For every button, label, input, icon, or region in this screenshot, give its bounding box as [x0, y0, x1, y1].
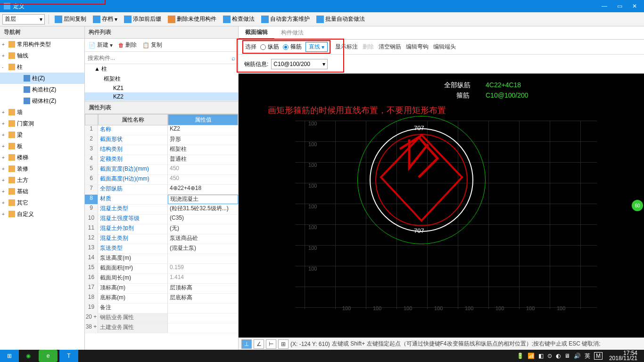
- editor-tabs: 截面编辑 构件做法: [239, 26, 644, 40]
- status-hint: 左键或 Shift+ 左键指定起点（可通过快捷键F4改变箍筋线和纵筋点的相对位置…: [332, 340, 601, 348]
- property-row[interactable]: 13泵送类型(混凝土泵): [85, 244, 238, 254]
- tree-item[interactable]: +其它: [0, 197, 84, 208]
- copy-button[interactable]: 📋复制: [142, 41, 162, 49]
- delete-rebar-button[interactable]: 删除: [363, 43, 374, 51]
- property-row[interactable]: 7全部纵筋4⊕22+4⊕18: [85, 185, 238, 195]
- canvas[interactable]: 1001001001001001001001001001001001001001…: [239, 74, 644, 337]
- property-row[interactable]: 1名称KZ2: [85, 125, 238, 135]
- tree-item[interactable]: +楼梯: [0, 152, 84, 163]
- component-tree: ▲ 柱框架柱KZ1KZ2: [85, 64, 238, 102]
- property-row[interactable]: 4定额类别普通柱: [85, 155, 238, 165]
- property-row[interactable]: 9混凝土类型(粒径31.5砼32.5级坍...): [85, 205, 238, 214]
- property-table: 1名称KZ22截面形状异形3结构类别框架柱4定额类别普通柱5截面宽度(B边)(m…: [85, 125, 238, 350]
- property-row[interactable]: 38 +土建业务属性: [85, 323, 238, 333]
- copy-between-button[interactable]: 层间复制: [53, 14, 88, 24]
- property-row[interactable]: 15截面面积(m²)0.159: [85, 264, 238, 274]
- status-btn-4[interactable]: ⊞: [278, 339, 289, 349]
- auto-plan-button[interactable]: 自动套方案维护: [259, 14, 312, 24]
- property-row[interactable]: 17顶标高(m)层顶标高: [85, 284, 238, 294]
- volume-icon[interactable]: 🔊: [574, 353, 581, 359]
- property-row[interactable]: 20 +钢筋业务属性: [85, 313, 238, 323]
- tray-icon-5[interactable]: 🖥: [564, 353, 570, 359]
- clock[interactable]: 17:54 2018/11/21: [606, 351, 640, 361]
- property-row[interactable]: 11混凝土外加剂(无): [85, 224, 238, 234]
- status-btn-3[interactable]: ⊢: [266, 339, 276, 349]
- search-row: ⌕: [85, 52, 238, 64]
- component-panel: 构件列表 📄新建▾ 🗑删除 📋复制 ⌕ ▲ 柱框架柱KZ1KZ2 属性列表 属性…: [85, 26, 239, 350]
- rebar-info-row: 钢筋信息: C10@100/200▾: [239, 55, 644, 74]
- tree-item[interactable]: 砌体柱(Z): [0, 95, 84, 107]
- minimize-button[interactable]: —: [599, 1, 610, 11]
- property-row[interactable]: 8材质现浇混凝土: [85, 195, 238, 205]
- new-button[interactable]: 📄新建▾: [89, 41, 113, 49]
- del-unused-button[interactable]: 删除未使用构件: [166, 14, 218, 24]
- property-row[interactable]: 3结构类别框架柱: [85, 145, 238, 155]
- tree-item[interactable]: +自定义: [0, 208, 84, 220]
- batch-auto-button[interactable]: 批量自动套做法: [314, 14, 367, 24]
- archive-button[interactable]: 存档▾: [91, 14, 119, 24]
- clear-rebar-button[interactable]: 清空钢筋: [379, 43, 401, 51]
- annotation-text: 画矩形箍筋的时候用直线布置，不要用矩形布置: [268, 105, 446, 116]
- task-item-1[interactable]: ◉: [19, 350, 38, 362]
- tab-section-edit[interactable]: 截面编辑: [239, 26, 274, 39]
- main-toolbar: 首层▾ 层间复制 存档▾ 添加前后缀 删除未使用构件 检查做法 自动套方案维护 …: [0, 12, 644, 26]
- system-tray: 🔋 📶 ◧ ⊙ ◐ 🖥 🔊 英 M 17:54 2018/11/21: [513, 351, 644, 361]
- check-method-button[interactable]: 检查做法: [221, 14, 256, 24]
- property-row[interactable]: 2截面形状异形: [85, 135, 238, 145]
- tray-icon-2[interactable]: ◧: [538, 353, 544, 359]
- tree-item[interactable]: -柱: [0, 61, 84, 73]
- delete-button[interactable]: 🗑删除: [118, 41, 137, 49]
- task-item-3[interactable]: T: [59, 350, 78, 362]
- tree-item[interactable]: 柱(Z): [0, 73, 84, 84]
- maximize-button[interactable]: ▭: [614, 1, 625, 11]
- prop-header: 属性列表: [85, 102, 238, 114]
- label-all-rebar: 全部纵筋: [444, 81, 471, 90]
- edit-end-button[interactable]: 编辑端头: [433, 43, 456, 51]
- status-btn-1[interactable]: ⊥: [241, 339, 252, 349]
- property-row[interactable]: 10混凝土强度等级(C35): [85, 214, 238, 224]
- add-suffix-button[interactable]: 添加前后缀: [122, 14, 163, 24]
- prop-col-val: 属性值: [168, 114, 238, 125]
- nav-header: 导航树: [0, 26, 84, 39]
- start-button[interactable]: ⊞: [0, 350, 19, 362]
- label-all-rebar-val: 4C22+4C18: [486, 81, 521, 89]
- property-row[interactable]: 16截面周长(m)1.414: [85, 274, 238, 284]
- tree-item[interactable]: +梁: [0, 129, 84, 140]
- close-button[interactable]: ✕: [629, 1, 640, 11]
- edit-hook-button[interactable]: 编辑弯钩: [406, 43, 429, 51]
- floor-combo[interactable]: 首层▾: [2, 14, 45, 25]
- tree-item[interactable]: 构造柱(Z): [0, 84, 84, 95]
- component-item[interactable]: ▲ 柱: [85, 64, 238, 74]
- tree-item[interactable]: +墙: [0, 107, 84, 118]
- property-row[interactable]: 5截面宽度(B边)(mm)450: [85, 165, 238, 175]
- tree-item[interactable]: +板: [0, 140, 84, 152]
- tree-item[interactable]: +门窗洞: [0, 118, 84, 129]
- label-stirrup-val: C10@100/200: [486, 91, 528, 99]
- tray-icon[interactable]: 🔋: [517, 353, 524, 359]
- tree-item[interactable]: +土方: [0, 174, 84, 186]
- ime-2[interactable]: M: [594, 352, 603, 360]
- tray-icon-3[interactable]: ⊙: [547, 353, 552, 359]
- tree-item[interactable]: +装修: [0, 163, 84, 174]
- component-item[interactable]: KZ2: [85, 92, 238, 101]
- property-row[interactable]: 19备注: [85, 304, 238, 313]
- tab-component-method[interactable]: 构件做法: [274, 26, 310, 39]
- status-btn-2[interactable]: ∠: [254, 339, 264, 349]
- comp-list-header: 构件列表: [85, 26, 238, 39]
- tree-item[interactable]: +轴线: [0, 50, 84, 61]
- zoom-badge[interactable]: 60: [632, 200, 643, 211]
- tree-item[interactable]: +常用构件类型: [0, 39, 84, 50]
- component-item[interactable]: 框架柱: [85, 74, 238, 84]
- search-input[interactable]: [88, 55, 231, 61]
- tree-item[interactable]: +基础: [0, 186, 84, 197]
- property-row[interactable]: 14泵送高度(m): [85, 254, 238, 264]
- wifi-icon[interactable]: 📶: [528, 353, 535, 359]
- search-icon[interactable]: ⌕: [231, 54, 235, 62]
- property-row[interactable]: 12混凝土类别泵送商品砼: [85, 234, 238, 244]
- component-item[interactable]: KZ1: [85, 84, 238, 92]
- property-row[interactable]: 18底标高(m)层底标高: [85, 294, 238, 304]
- tray-icon-4[interactable]: ◐: [556, 353, 561, 359]
- property-row[interactable]: 6截面高度(H边)(mm)450: [85, 175, 238, 185]
- task-item-2[interactable]: e: [39, 350, 58, 362]
- ime-1[interactable]: 英: [585, 352, 590, 360]
